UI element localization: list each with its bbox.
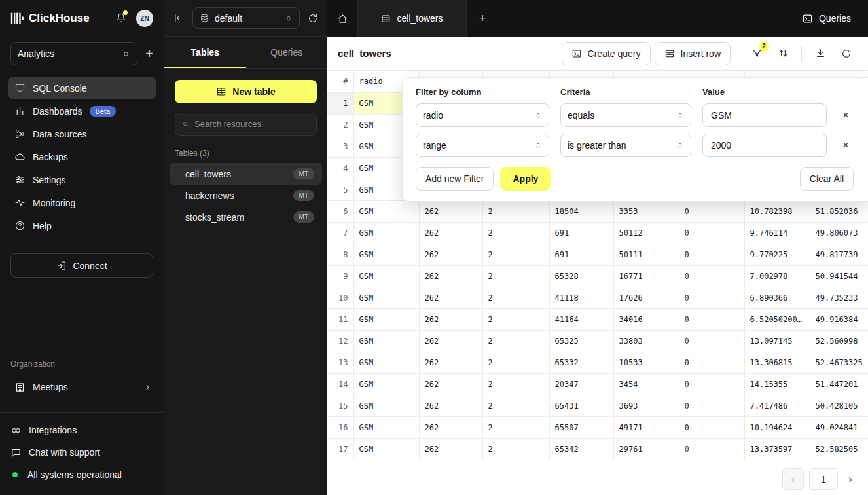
data-cell[interactable]: 0 [679,200,744,222]
table-row[interactable]: 14GSM2622203473454014.1535551.447201 [327,373,868,395]
data-cell[interactable]: 262 [419,438,482,460]
data-cell[interactable]: 49.735233 [810,287,868,308]
data-cell[interactable]: 7.417486 [744,395,810,416]
data-cell[interactable]: GSM [353,330,419,352]
data-cell[interactable]: 262 [419,287,482,308]
filter-criteria-select-1[interactable]: equals [560,103,691,127]
tab-cell-towers[interactable]: cell_towers [358,0,467,37]
data-cell[interactable]: 0 [679,438,744,460]
data-cell[interactable]: 262 [419,330,482,352]
data-cell[interactable]: 2 [482,438,549,460]
sidebar-item-help[interactable]: Help [8,215,156,236]
search-resources[interactable] [175,113,317,136]
data-cell[interactable]: 0 [679,265,744,287]
data-cell[interactable]: 13.097145 [744,330,810,352]
table-row[interactable]: 15GSM262265431369307.41748650.428105 [327,395,868,416]
apply-filters-button[interactable]: Apply [500,167,551,191]
next-page-button[interactable]: › [843,468,858,490]
data-cell[interactable]: 50111 [613,244,679,265]
data-cell[interactable]: 16771 [613,265,679,287]
tab-tables[interactable]: Tables [164,37,246,68]
previous-page-button[interactable]: ‹ [782,468,804,490]
data-cell[interactable]: 14.15355 [744,373,810,395]
data-cell[interactable]: GSM [353,395,419,416]
data-cell[interactable]: 41164 [549,308,613,330]
database-select[interactable]: default [192,7,300,29]
clear-filters-button[interactable]: Clear All [800,167,854,191]
data-cell[interactable]: 3693 [613,395,679,416]
refresh-data-button[interactable] [835,42,858,65]
filter-value-input-1[interactable] [702,103,827,127]
table-row[interactable]: 17GSM26226534229761013.37359752.582505 [327,438,868,460]
queries-button[interactable]: Queries [802,13,851,24]
tab-queries[interactable]: Queries [246,37,328,68]
data-cell[interactable]: 29761 [613,438,679,460]
data-cell[interactable]: GSM [353,438,419,460]
add-filter-button[interactable]: Add new Filter [416,167,494,191]
data-cell[interactable]: 262 [419,222,482,244]
data-cell[interactable]: 10.782398 [744,200,810,222]
search-input[interactable] [194,119,310,129]
table-row[interactable]: 7GSM26226915011209.74611449.806073 [327,222,868,244]
data-cell[interactable]: 6.890366 [744,287,810,308]
sidebar-item-settings[interactable]: Settings [8,169,156,191]
data-cell[interactable]: 262 [419,308,482,330]
insert-row-button[interactable]: Insert row [655,42,731,65]
data-cell[interactable]: 13.373597 [744,438,810,460]
data-cell[interactable]: 2 [482,330,549,352]
add-workspace-button[interactable]: + [145,47,153,60]
sort-button[interactable] [772,42,794,65]
data-cell[interactable]: GSM [353,200,419,222]
data-cell[interactable]: 49.806073 [810,222,868,244]
avatar[interactable]: ZN [136,10,153,27]
data-cell[interactable]: 0 [679,287,744,308]
sidebar-item-data-sources[interactable]: Data sources [8,123,156,145]
data-cell[interactable]: 52.560998 [810,330,868,352]
data-cell[interactable]: 51.852036 [810,200,868,222]
data-cell[interactable]: 41118 [549,287,613,308]
data-cell[interactable]: 17626 [613,287,679,308]
data-cell[interactable]: 6.52050200… [744,308,810,330]
data-cell[interactable]: GSM [353,265,419,287]
new-tab-button[interactable]: + [467,0,498,37]
table-row[interactable]: 11GSM2622411643401606.52050200…49.916384 [327,308,868,330]
data-cell[interactable]: 65325 [549,330,613,352]
data-cell[interactable]: 0 [679,330,744,352]
sidebar-item-monitoring[interactable]: Monitoring [8,192,156,213]
system-status-link[interactable]: All systems operational [10,465,153,485]
notifications-button[interactable] [115,12,127,24]
table-list-item-stocks-stream[interactable]: stocks_stream MT [170,206,322,228]
data-cell[interactable]: 10.194624 [744,416,810,438]
data-cell[interactable]: 50.941544 [810,265,868,287]
data-cell[interactable]: 49.916384 [810,308,868,330]
table-list-item-hackernews[interactable]: hackernews MT [170,185,322,206]
data-cell[interactable]: 65332 [549,352,613,373]
refresh-tables-button[interactable] [308,13,318,24]
data-cell[interactable]: 7.002978 [744,265,810,287]
data-cell[interactable]: 49.817739 [810,244,868,265]
data-cell[interactable]: 49171 [613,416,679,438]
remove-filter-button-2[interactable]: × [838,139,854,152]
data-cell[interactable]: 262 [419,352,482,373]
data-cell[interactable]: 2 [482,352,549,373]
data-cell[interactable]: 262 [419,265,482,287]
data-cell[interactable]: 3353 [613,200,679,222]
data-cell[interactable]: 10533 [613,352,679,373]
download-button[interactable] [809,42,831,65]
create-query-button[interactable]: Create query [562,42,651,65]
sidebar-item-backups[interactable]: Backups [8,146,156,168]
table-row[interactable]: 12GSM26226532533803013.09714552.560998 [327,330,868,352]
data-cell[interactable]: 2 [482,308,549,330]
data-cell[interactable]: 2 [482,265,549,287]
data-cell[interactable]: GSM [353,287,419,308]
data-cell[interactable]: 52.4673325 [810,352,868,373]
data-cell[interactable]: 34016 [613,308,679,330]
data-cell[interactable]: GSM [353,244,419,265]
chat-support-link[interactable]: Chat with support [10,443,153,462]
filter-criteria-select-2[interactable]: is greater than [560,134,691,157]
data-cell[interactable]: 0 [679,373,744,395]
data-cell[interactable]: 52.582505 [810,438,868,460]
current-page[interactable]: 1 [809,468,838,490]
remove-filter-button-1[interactable]: × [838,109,854,122]
data-cell[interactable]: 2 [482,200,549,222]
